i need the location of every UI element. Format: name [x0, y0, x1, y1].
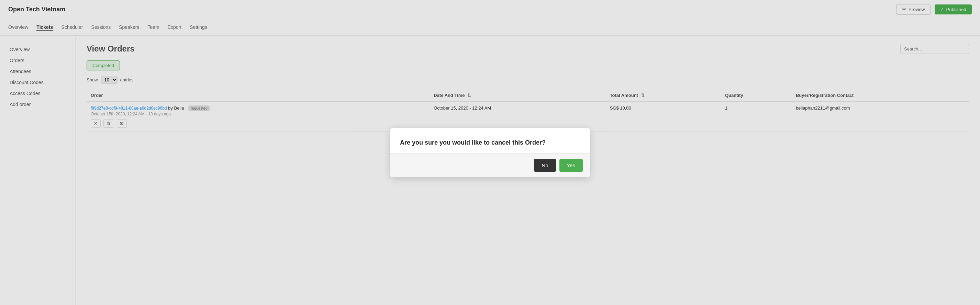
dialog-yes-button[interactable]: Yes [559, 159, 583, 172]
dialog-footer: No Yes [390, 153, 590, 177]
dialog-message: Are you sure you would like to cancel th… [390, 128, 590, 153]
cancel-order-dialog: Are you sure you would like to cancel th… [390, 128, 590, 177]
modal-overlay: Are you sure you would like to cancel th… [0, 0, 980, 305]
dialog-no-button[interactable]: No [534, 159, 556, 172]
